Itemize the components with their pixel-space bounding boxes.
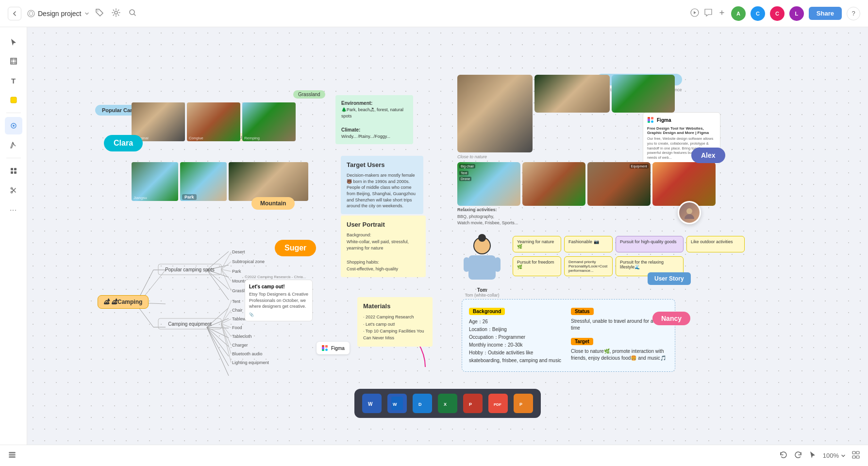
svg-text:W: W	[393, 402, 397, 407]
layers-icon[interactable]	[8, 450, 17, 461]
svg-rect-6	[11, 97, 17, 103]
project-name[interactable]: Design project	[27, 10, 89, 17]
relaxing-activities-note: Relaxing activities: BBQ, photography, W…	[457, 207, 518, 227]
mountain-node[interactable]: Mountain	[251, 197, 295, 210]
svg-text:Tent: Tent	[232, 299, 241, 304]
cursor-tool[interactable]	[5, 33, 22, 50]
avatar-c1[interactable]: C	[751, 6, 765, 21]
clara-label[interactable]: Clara	[104, 135, 143, 151]
file-pptx[interactable]: D	[413, 394, 432, 413]
right-photo-5	[522, 162, 585, 206]
camp-photo-6	[229, 162, 308, 201]
user-avatar-bubble[interactable]	[678, 201, 701, 224]
environment-note[interactable]: Environment: 🌲Park, beach🏖, forest, natu…	[335, 95, 413, 144]
target-users-card[interactable]: Target Users Decision-makers are mostly …	[341, 156, 423, 214]
svg-text:Subtropical zone: Subtropical zone	[232, 259, 265, 264]
camp-photo-1: Marginal	[132, 102, 185, 141]
svg-text:Tablecloth: Tablecloth	[232, 334, 252, 339]
svg-line-40	[221, 262, 231, 269]
more-icon[interactable]	[718, 8, 726, 19]
fit-view-icon[interactable]	[851, 450, 860, 461]
user-portrait-card[interactable]: User Portrait Background:White-collar, w…	[341, 216, 426, 277]
svg-text:W: W	[368, 401, 373, 407]
grassland-top-node[interactable]: Grassland	[293, 90, 325, 99]
user-story-button[interactable]: User Story	[648, 272, 691, 285]
file-xlsx[interactable]: X	[438, 394, 457, 413]
topbar-left: Design project	[8, 7, 137, 20]
share-button[interactable]: Share	[809, 7, 842, 20]
comment-icon[interactable]	[704, 8, 713, 19]
suger-label[interactable]: Suger	[275, 240, 316, 256]
camp-photo-3: Remping	[242, 102, 296, 141]
research-label: ©2022 Camping Research - Chris...	[245, 275, 306, 279]
zoom-level[interactable]: 100%	[823, 452, 846, 459]
bottom-file-toolbar[interactable]: W W D X P PDF P	[354, 389, 541, 418]
svg-rect-12	[14, 171, 17, 174]
file-pdf[interactable]: PDF	[488, 394, 508, 413]
sticky-tool[interactable]	[5, 91, 22, 109]
topbar-right: A C C L Share ?	[690, 6, 860, 21]
svg-text:PDF: PDF	[494, 402, 501, 407]
right-photo-7	[652, 162, 716, 206]
search-icon[interactable]	[128, 8, 137, 19]
svg-rect-10	[14, 168, 17, 170]
svg-rect-95	[852, 456, 855, 458]
file-docx[interactable]: W	[362, 394, 382, 413]
svg-text:D: D	[418, 402, 422, 407]
back-button[interactable]	[8, 7, 21, 20]
content-area: T ···	[0, 27, 868, 445]
canvas[interactable]: Popular Camping Spot Desert Subtropical …	[27, 27, 868, 445]
nancy-label[interactable]: Nancy	[652, 312, 690, 325]
materials-card[interactable]: Materials · 2022 Camping Research· Let's…	[357, 297, 433, 347]
scissors-tool[interactable]	[5, 182, 22, 199]
file-pptx2[interactable]: P	[514, 394, 533, 413]
svg-text:Charger: Charger	[232, 343, 248, 348]
frame-tool[interactable]	[5, 52, 22, 70]
svg-text:Food: Food	[232, 325, 242, 330]
tag-icon[interactable]	[95, 8, 104, 19]
pen-tool[interactable]	[5, 136, 22, 154]
svg-line-39	[221, 252, 231, 269]
redo-icon[interactable]	[794, 450, 802, 461]
figma-link-bottom[interactable]: Figma	[317, 342, 350, 354]
file-ppt[interactable]: P	[463, 394, 483, 413]
bottom-left	[8, 450, 17, 461]
svg-rect-94	[856, 451, 859, 454]
svg-text:Desert: Desert	[232, 250, 245, 254]
topbar-icons	[95, 8, 137, 19]
camping-node[interactable]: 🏕🏕Camping	[98, 295, 149, 309]
svg-point-75	[686, 208, 692, 214]
cursor-mode-icon[interactable]	[808, 450, 817, 461]
svg-rect-91	[9, 454, 16, 456]
text-tool[interactable]: T	[5, 72, 22, 89]
svg-text:P: P	[469, 402, 472, 407]
right-photo-4: Big chair Tent Drone	[457, 162, 520, 206]
avatar-a[interactable]: A	[731, 6, 746, 21]
component-tool[interactable]	[5, 162, 22, 180]
settings-icon[interactable]	[112, 8, 120, 19]
more-tools[interactable]: ···	[5, 201, 22, 218]
close-to-nature-label: Close to nature	[457, 154, 487, 159]
undo-icon[interactable]	[779, 450, 788, 461]
file-word[interactable]: W	[387, 394, 407, 413]
svg-text:Lighting equipment: Lighting equipment	[232, 360, 269, 365]
svg-line-55	[221, 324, 231, 354]
svg-rect-9	[11, 168, 13, 170]
alex-label[interactable]: Alex	[691, 148, 725, 163]
left-toolbar: T ···	[0, 27, 27, 445]
svg-rect-93	[852, 451, 855, 454]
right-photo-3	[612, 75, 675, 113]
persona-info-card[interactable]: Background Age：26 Location：Beijing Occup…	[462, 299, 675, 372]
avatar-l[interactable]: L	[789, 6, 804, 21]
play-icon[interactable]	[690, 8, 699, 19]
right-photos-top	[457, 75, 675, 152]
svg-text:Camping equipment: Camping equipment	[168, 321, 212, 327]
lets-camp-card[interactable]: Let's camp out! Etsy Top Designers & Cre…	[245, 280, 313, 321]
svg-rect-66	[325, 345, 328, 348]
select-tool[interactable]	[5, 117, 22, 134]
camping-photos-grid: Marginal Conglue Remping	[132, 102, 296, 141]
help-button[interactable]: ?	[847, 7, 860, 20]
avatar-c2[interactable]: C	[770, 6, 785, 21]
svg-rect-69	[322, 347, 324, 350]
svg-rect-90	[9, 452, 16, 453]
